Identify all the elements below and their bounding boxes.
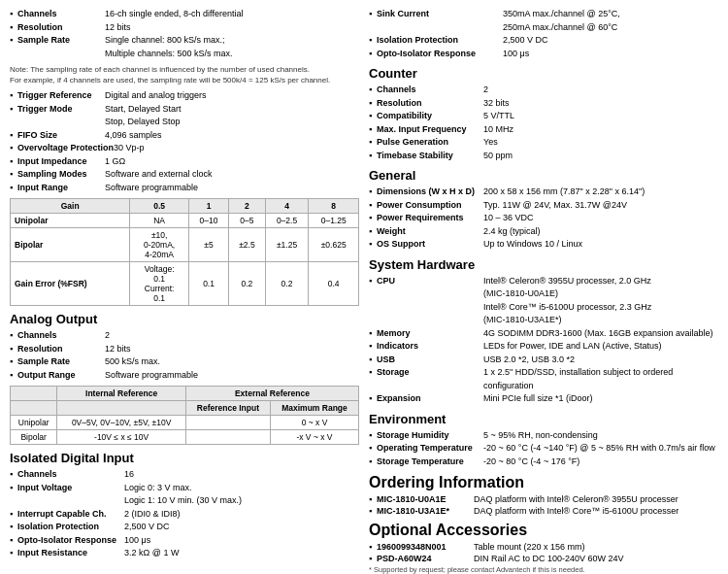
bipolar-row: Bipolar ±10,0-20mA,4-20mA ±5 ±2.5 ±1.25 …: [11, 228, 359, 262]
dimensions-label: Dimensions (W x H x D): [377, 186, 483, 199]
system-hardware-title: System Hardware: [369, 257, 718, 272]
counter-timebase-val: 50 ppm: [483, 150, 718, 163]
output-range-header-refinput: Reference Input: [185, 401, 270, 416]
opto-isolator-item: Opto-Isolator Response 100 μs: [369, 48, 718, 61]
iso-isolation-val: 2,500 V DC: [124, 521, 359, 534]
left-column: Channels 16-ch single ended, 8-ch differ…: [10, 8, 359, 574]
counter-pulse-label: Pulse Generation: [377, 136, 483, 150]
counter-resolution-label: Resolution: [377, 97, 483, 111]
ao-resolution-val: 12 bits: [105, 343, 359, 356]
input-range-label: Input Range: [17, 182, 105, 195]
counter-title: Counter: [369, 66, 718, 81]
expansion-item: Expansion Mini PCIe full size *1 (iDoor): [369, 392, 718, 406]
iso-interrupt-item: Interrupt Capable Ch. 2 (IDI0 & IDI8): [10, 508, 359, 522]
input-range-val: Software programmable: [105, 182, 359, 195]
accessories-item-0: 1960099348N001 Table mount (220 x 156 mm…: [369, 542, 718, 552]
trigger-ref-val: Digital and analog triggers: [105, 89, 359, 103]
ordering-val-1: DAQ platform with Intel® Core™ i5-6100U …: [474, 506, 678, 516]
page: Channels 16-ch single ended, 8-ch differ…: [0, 0, 728, 574]
general-specs-list: Dimensions (W x H x D) 200 x 58 x 156 mm…: [369, 186, 718, 252]
gain-error-label: Gain Error (%FSR): [11, 262, 130, 306]
unipolar-label: Unipolar: [11, 214, 130, 228]
expansion-val: Mini PCIe full size *1 (iDoor): [483, 392, 718, 406]
unipolar-row: Unipolar NA 0–10 0–5 0–2.5 0–1.25: [11, 214, 359, 228]
sample-rate-note: Note: The sampling rate of each channel …: [10, 64, 359, 85]
counter-compatibility-item: Compatibility 5 V/TTL: [369, 110, 718, 123]
ordering-item-0: MIC-1810-U0A1E DAQ platform with Intel® …: [369, 494, 718, 504]
iso-input-res-val: 3.2 kΩ @ 1 W: [124, 547, 359, 560]
storage-item: Storage 1 x 2.5" HDD/SSD, installation s…: [369, 366, 718, 392]
operating-temp-label: Operating Temperature: [377, 442, 483, 456]
ordering-key-0: MIC-1810-U0A1E: [377, 494, 474, 504]
ordering-title: Ordering Information: [369, 474, 718, 491]
accessories-key-1: PSD-A60W24: [377, 554, 474, 563]
counter-pulse-val: Yes: [483, 136, 718, 150]
gain-header-05: 0.5: [130, 199, 189, 214]
unipolar-05: NA: [130, 214, 189, 228]
bipolar-05: ±10,0-20mA,4-20mA: [130, 228, 189, 262]
ao-output-range-val: Software programmable: [105, 369, 359, 383]
gain-header-2: 2: [229, 199, 266, 214]
environment-title: Environment: [369, 412, 718, 426]
power-consumption-label: Power Consumption: [377, 199, 483, 213]
output-range-header-intref2: [57, 401, 186, 416]
weight-val: 2.4 kg (typical): [483, 225, 718, 239]
ao-sample-rate-item: Sample Rate 500 kS/s max.: [10, 355, 359, 369]
ao-sample-rate-label: Sample Rate: [17, 355, 105, 369]
sink-current-val: 350mA max./channel @ 25°C, 250mA max./ch…: [503, 8, 718, 34]
gain-table: Gain 0.5 1 2 4 8 Unipolar NA 0–10 0–5 0–: [10, 198, 359, 306]
gain-error-4: 0.2: [265, 262, 309, 306]
input-impedance-item: Input Impedance 1 GΩ: [10, 155, 359, 169]
right-column: Sink Current 350mA max./channel @ 25°C, …: [369, 8, 718, 574]
sample-rate-label: Sample Rate: [17, 34, 105, 60]
cpu-val: Intel® Celeron® 3955U processer, 2.0 GHz…: [483, 275, 718, 327]
ordering-key-1: MIC-1810-U3A1E*: [377, 506, 474, 516]
gain-error-1: 0.1: [188, 262, 228, 306]
counter-channels-item: Channels 2: [369, 84, 718, 97]
ao-specs-list: Channels 2 Resolution 12 bits Sample Rat…: [10, 329, 359, 382]
sink-specs-list: Sink Current 350mA max./channel @ 25°C, …: [369, 8, 718, 60]
iso-input-res-item: Input Resistance 3.2 kΩ @ 1 W: [10, 547, 359, 560]
output-range-table: Internal Reference External Reference Re…: [10, 386, 359, 445]
unipolar-4: 0–2.5: [265, 214, 309, 228]
weight-label: Weight: [377, 225, 483, 239]
sample-rate-val: Single channel: 800 kS/s max.; Multiple …: [105, 34, 359, 60]
output-range-header-int: Internal Reference: [57, 387, 186, 401]
output-range-bipolar-row: Bipolar -10V ≤ x ≤ 10V -x V ~ x V: [11, 430, 359, 445]
bipolar-4: ±1.25: [265, 228, 309, 262]
gain-error-8: 0.4: [309, 262, 359, 306]
ai-specs-list: Channels 16-ch single ended, 8-ch differ…: [10, 8, 359, 60]
isolation-protection-label: Isolation Protection: [377, 34, 503, 48]
output-range-header-ext: External Reference: [185, 387, 358, 401]
power-requirements-item: Power Requirements 10 – 36 VDC: [369, 212, 718, 225]
counter-max-freq-val: 10 MHz: [483, 123, 718, 137]
ao-channels-val: 2: [105, 329, 359, 343]
channels-val: 16-ch single ended, 8-ch differential: [105, 8, 359, 21]
counter-compatibility-label: Compatibility: [377, 110, 483, 123]
iso-interrupt-label: Interrupt Capable Ch.: [17, 508, 124, 522]
power-requirements-label: Power Requirements: [377, 212, 483, 225]
cpu-label: CPU: [377, 275, 483, 327]
isolation-protection-item: Isolation Protection 2,500 V DC: [369, 34, 718, 48]
sink-current-item: Sink Current 350mA max./channel @ 25°C, …: [369, 8, 718, 34]
output-range-header-empty: [11, 387, 57, 401]
iso-channels-val: 16: [124, 468, 359, 482]
iso-input-voltage-item: Input Voltage Logic 0: 3 V max. Logic 1:…: [10, 482, 359, 508]
isolation-protection-val: 2,500 V DC: [503, 34, 718, 48]
sink-current-label: Sink Current: [377, 8, 503, 34]
accessories-items-list: 1960099348N001 Table mount (220 x 156 mm…: [369, 542, 718, 563]
counter-timebase-item: Timebase Stability 50 ppm: [369, 150, 718, 163]
ordering-items-list: MIC-1810-U0A1E DAQ platform with Intel® …: [369, 494, 718, 516]
ordering-val-0: DAQ platform with Intel® Celeron® 3955U …: [474, 494, 678, 504]
bipolar-8: ±0.625: [309, 228, 359, 262]
dimensions-item: Dimensions (W x H x D) 200 x 58 x 156 mm…: [369, 186, 718, 199]
channels-label: Channels: [17, 8, 105, 21]
bipolar-2: ±2.5: [229, 228, 266, 262]
output-range-unipolar-refinput: [185, 416, 270, 430]
unipolar-8: 0–1.25: [309, 214, 359, 228]
iso-opto-label: Opto-Isolator Response: [17, 534, 124, 548]
iso-specs-list: Channels 16 Input Voltage Logic 0: 3 V m…: [10, 468, 359, 560]
usb-label: USB: [377, 354, 483, 367]
counter-max-freq-label: Max. Input Frequency: [377, 123, 483, 137]
output-range-unipolar-label: Unipolar: [11, 416, 57, 430]
